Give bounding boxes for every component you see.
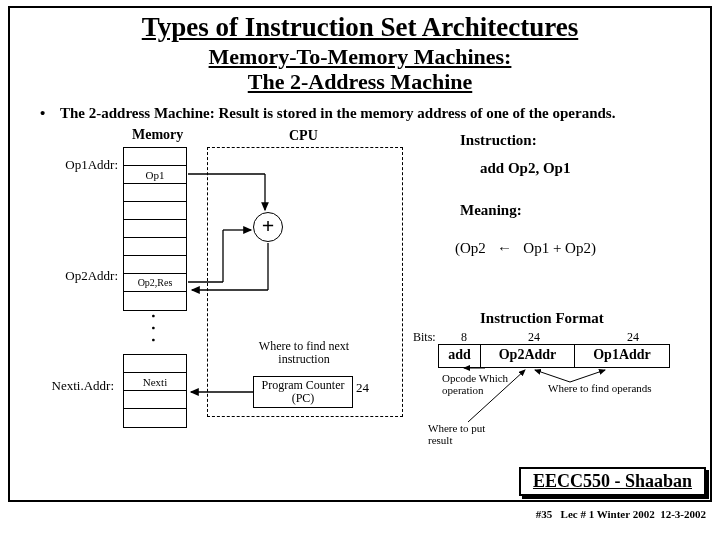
slide-subtitle-1: Memory-To-Memory Machines: <box>10 45 710 69</box>
where-next-label: Where to find next instruction <box>254 340 354 366</box>
svg-line-10 <box>535 370 570 382</box>
mem-cell <box>124 238 186 256</box>
instruction-header: Instruction: <box>460 132 537 149</box>
fmt-op1addr: Op1Addr <box>575 345 669 367</box>
nexti-addr-label: Nexti.Addr: <box>42 378 114 394</box>
fmt-opcode: add <box>439 345 481 367</box>
slide-frame: Types of Instruction Set Architectures M… <box>8 6 712 502</box>
memory-block-top: Op1 Op2,Res <box>123 147 187 311</box>
mem-cell <box>124 148 186 166</box>
result-note: Where to put result <box>428 422 498 446</box>
slide-subtitle-2: The 2-Address Machine <box>10 69 710 95</box>
mem-cell <box>124 409 186 427</box>
svg-line-9 <box>570 370 605 382</box>
bits-24a: 24 <box>528 330 540 345</box>
mem-cell-op1: Op1 <box>124 166 186 184</box>
meaning-header: Meaning: <box>460 202 522 219</box>
mem-cell <box>124 202 186 220</box>
meaning-text: (Op2 ← Op1 + Op2) <box>455 240 596 257</box>
op2-addr-label: Op2Addr: <box>46 268 118 284</box>
instruction-example: add Op2, Op1 <box>480 160 570 177</box>
bullet-text: The 2-address Machine: Result is stored … <box>60 105 615 122</box>
mem-cell <box>124 355 186 373</box>
mem-cell <box>124 292 186 310</box>
adder-icon: + <box>253 212 283 242</box>
mem-cell-nexti: Nexti <box>124 373 186 391</box>
pc-box: Program Counter (PC) <box>253 376 353 408</box>
bullet-dot: • <box>40 105 60 122</box>
ellipsis-icon: . . . <box>148 314 166 344</box>
mem-cell <box>124 220 186 238</box>
slide-title: Types of Instruction Set Architectures <box>10 12 710 43</box>
format-header: Instruction Format <box>480 310 604 327</box>
slide-meta: #35 Lec # 1 Winter 2002 12-3-2002 <box>536 508 706 520</box>
bits-8: 8 <box>461 330 467 345</box>
course-footer: EECC550 - Shaaban <box>519 467 706 496</box>
mem-cell-op2: Op2,Res <box>124 274 186 292</box>
diagram-area: Memory CPU Op1Addr: Op2Addr: Nexti.Addr:… <box>10 122 710 462</box>
format-table: add Op2Addr Op1Addr <box>438 344 670 368</box>
mem-cell <box>124 184 186 202</box>
bits-24b: 24 <box>627 330 639 345</box>
bullet-item: • The 2-address Machine: Result is store… <box>40 105 680 122</box>
mem-cell <box>124 256 186 274</box>
op1-addr-label: Op1Addr: <box>46 157 118 173</box>
memory-label: Memory <box>132 127 183 143</box>
cpu-label: CPU <box>289 128 318 144</box>
pc-bits-label: 24 <box>356 380 369 396</box>
memory-block-bottom: Nexti <box>123 354 187 428</box>
mem-cell <box>124 391 186 409</box>
opcode-note: Opcode Which operation <box>442 372 512 396</box>
operands-note: Where to find operands <box>548 382 652 394</box>
bits-label: Bits: <box>413 330 436 345</box>
fmt-op2addr: Op2Addr <box>481 345 575 367</box>
